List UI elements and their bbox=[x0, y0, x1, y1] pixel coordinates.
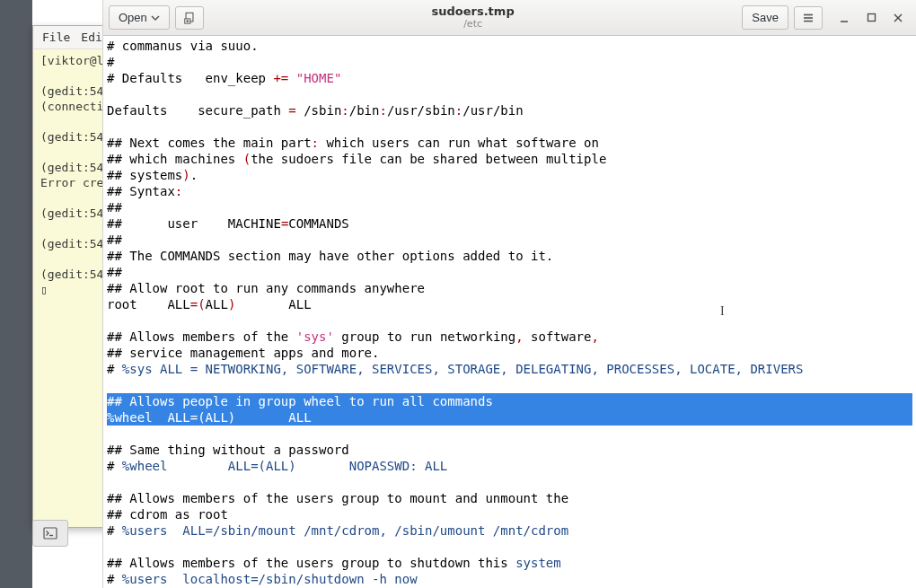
desktop: File Edit [viktor@l (gedit:54 (connecti … bbox=[0, 0, 916, 588]
editor-line[interactable]: ## Allows members of the users group to … bbox=[107, 555, 912, 571]
terminal-menu-file[interactable]: File bbox=[42, 31, 70, 44]
desktop-left-strip bbox=[0, 0, 32, 588]
open-button-label: Open bbox=[119, 11, 147, 24]
close-button[interactable] bbox=[891, 11, 905, 25]
editor-line[interactable] bbox=[107, 118, 912, 135]
editor-line[interactable]: ## bbox=[107, 264, 912, 280]
editor-line[interactable] bbox=[107, 377, 912, 393]
gedit-window: Open sudoers.tmp /etc Save bbox=[102, 0, 916, 588]
editor-area[interactable]: I # commanus via suuo.## Defaults env_ke… bbox=[103, 36, 916, 588]
save-button-label: Save bbox=[752, 11, 779, 24]
new-tab-button[interactable] bbox=[175, 6, 204, 30]
editor-line[interactable] bbox=[107, 312, 912, 329]
editor-line[interactable]: Defaults secure_path = /sbin:/bin:/usr/s… bbox=[107, 102, 912, 118]
editor-line[interactable]: ## Next comes the main part: which users… bbox=[107, 135, 912, 151]
editor-line[interactable]: ## bbox=[107, 232, 912, 248]
gedit-title-area: sudoers.tmp /etc bbox=[209, 5, 737, 31]
save-button[interactable]: Save bbox=[742, 5, 788, 30]
editor-line[interactable]: ## The COMMANDS section may have other o… bbox=[107, 248, 912, 264]
editor-line[interactable]: ## Allows people in group wheel to run a… bbox=[107, 393, 912, 409]
editor-line[interactable]: ## user MACHINE=COMMANDS bbox=[107, 215, 912, 232]
editor-line[interactable] bbox=[107, 426, 912, 442]
editor-line[interactable]: # Defaults env_keep += "HOME" bbox=[107, 70, 912, 86]
editor-line[interactable] bbox=[107, 539, 912, 555]
editor-line[interactable]: ## service management apps and more. bbox=[107, 345, 912, 361]
editor-line[interactable] bbox=[107, 86, 912, 102]
editor-line[interactable]: # %users ALL=/sbin/mount /mnt/cdrom, /sb… bbox=[107, 522, 912, 539]
editor-line[interactable]: # commanus via suuo. bbox=[107, 38, 912, 54]
editor-line[interactable]: root ALL=(ALL) ALL bbox=[107, 296, 912, 312]
terminal-icon bbox=[43, 526, 57, 540]
editor-line[interactable]: ## Allows members of the users group to … bbox=[107, 490, 912, 506]
chevron-down-icon bbox=[151, 13, 160, 22]
gedit-headerbar: Open sudoers.tmp /etc Save bbox=[103, 0, 916, 36]
editor-line[interactable]: ## systems). bbox=[107, 167, 912, 183]
hamburger-icon bbox=[802, 12, 815, 24]
editor-line[interactable]: ## cdrom as root bbox=[107, 506, 912, 522]
editor-line[interactable]: ## Syntax: bbox=[107, 183, 912, 199]
editor-line[interactable]: %wheel ALL=(ALL) ALL bbox=[107, 409, 912, 426]
editor-line[interactable] bbox=[107, 474, 912, 490]
editor-line[interactable]: # %sys ALL = NETWORKING, SOFTWARE, SERVI… bbox=[107, 361, 912, 377]
editor-line[interactable]: # %wheel ALL=(ALL) NOPASSWD: ALL bbox=[107, 458, 912, 474]
editor-line[interactable]: ## Allow root to run any commands anywhe… bbox=[107, 280, 912, 296]
taskbar-terminal-button[interactable] bbox=[32, 520, 68, 547]
minimize-button[interactable] bbox=[837, 11, 851, 25]
text-cursor-indicator: I bbox=[720, 303, 725, 320]
new-document-icon bbox=[183, 12, 196, 24]
svg-rect-0 bbox=[44, 528, 57, 539]
document-title: sudoers.tmp bbox=[209, 5, 737, 19]
window-controls bbox=[837, 11, 905, 25]
document-path: /etc bbox=[209, 19, 737, 31]
maximize-button[interactable] bbox=[864, 11, 878, 25]
editor-line[interactable]: ## Allows members of the 'sys' group to … bbox=[107, 329, 912, 345]
editor-line[interactable]: ## bbox=[107, 199, 912, 215]
editor-line[interactable]: # %users localhost=/sbin/shutdown -h now bbox=[107, 571, 912, 587]
editor-line[interactable]: ## which machines (the sudoers file can … bbox=[107, 151, 912, 167]
editor-line[interactable]: ## Same thing without a password bbox=[107, 442, 912, 458]
svg-rect-10 bbox=[868, 14, 875, 22]
open-button[interactable]: Open bbox=[109, 5, 170, 30]
hamburger-menu-button[interactable] bbox=[794, 6, 823, 30]
editor-line[interactable]: # bbox=[107, 54, 912, 70]
